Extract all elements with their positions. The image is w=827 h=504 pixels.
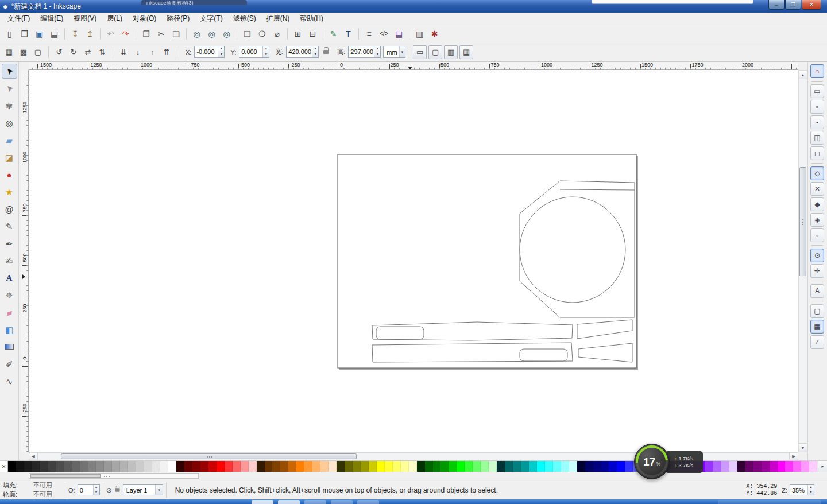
pencil-tool-button[interactable]: ✎ [2,219,17,234]
snap-text-baselines-button[interactable]: A [810,284,824,298]
palette-swatch[interactable] [721,461,729,472]
palette-swatch[interactable] [585,461,593,472]
height-spinner[interactable]: ▴▾ [374,46,380,57]
move-patterns-toggle-button[interactable]: ▦ [459,45,473,59]
windows-taskbar[interactable] [0,499,827,504]
menu-filters[interactable]: 滤镜(S) [228,13,261,25]
scroll-up-arrow[interactable]: ▲ [799,71,807,79]
palette-swatch[interactable] [200,461,208,472]
node-tool-button[interactable]: ➤ [2,81,17,96]
palette-swatch[interactable] [241,461,249,472]
snap-bbox-edge-midpoints-button[interactable]: ◫ [810,131,824,145]
palette-swatch[interactable] [729,461,737,472]
palette-swatch[interactable] [272,461,280,472]
dropper-tool-button[interactable]: ✐ [2,356,17,371]
raise-button[interactable]: ↑ [145,45,159,59]
palette-swatch[interactable] [152,461,160,472]
unlink-clone-button[interactable]: ⌀ [270,26,284,41]
palette-swatch[interactable] [217,461,225,472]
palette-swatch[interactable] [521,461,529,472]
drawing-slot[interactable] [376,327,424,339]
palette-swatch[interactable] [440,461,449,472]
width-input[interactable]: 420.000▴▾ [286,46,319,58]
palette-swatch[interactable] [136,461,144,472]
palette-swatch[interactable] [465,461,473,472]
fill-stroke-dialog-button[interactable]: ✎ [326,26,341,41]
palette-swatch[interactable] [577,461,585,472]
select-all-layers-button[interactable]: ▩ [17,45,30,59]
snap-bbox-button[interactable]: ▭ [810,84,824,98]
scroll-left-arrow[interactable]: ◀ [29,453,38,460]
menu-edit[interactable]: 编辑(E) [35,13,68,25]
layers-dialog-button[interactable]: ≡ [362,26,376,41]
palette-swatch[interactable] [705,461,713,472]
palette-swatch[interactable] [457,461,465,472]
palette-swatch[interactable] [417,461,425,472]
flip-horizontal-button[interactable]: ⇄ [81,45,95,59]
palette-swatch[interactable] [312,461,320,472]
layer-lock-icon[interactable] [115,488,119,491]
palette-swatch[interactable] [762,461,770,472]
opacity-value[interactable]: 0 [78,485,93,495]
close-button[interactable]: ✕ [802,0,821,10]
flip-vertical-button[interactable]: ⇅ [95,45,109,59]
paste-button[interactable]: ❑ [169,26,183,41]
ellipse-tool-button[interactable]: ● [2,167,17,182]
palette-swatch[interactable] [513,461,521,472]
palette-swatch[interactable] [425,461,433,472]
palette-swatch[interactable] [24,461,32,472]
lock-ratio-button[interactable] [320,46,331,59]
palette-swatch[interactable] [225,461,233,472]
gradient-tool-button[interactable] [2,339,17,354]
deselect-button[interactable]: ▢ [31,45,45,59]
palette-swatch[interactable] [320,461,329,472]
lower-button[interactable]: ↓ [131,45,145,59]
save-document-button[interactable]: ▣ [32,26,47,41]
scale-stroke-toggle-button[interactable]: ▭ [413,45,427,59]
palette-swatch[interactable] [184,461,192,472]
palette-swatch[interactable] [48,461,56,472]
palette-swatch[interactable] [353,461,361,472]
palette-scrollbar-track[interactable] [29,473,199,479]
zoom-tool-button[interactable]: ◎ [2,115,17,130]
palette-swatch[interactable] [433,461,441,472]
palette-swatch[interactable] [537,461,545,472]
palette-swatch[interactable] [8,461,16,472]
palette-swatch[interactable] [778,461,786,472]
rotate-ccw-button[interactable]: ↺ [52,45,66,59]
text-tool-button[interactable]: A [2,270,17,285]
select-all-button[interactable]: ▦ [2,45,16,59]
snap-smooth-nodes-button[interactable]: ◈ [810,213,824,227]
palette-swatch[interactable] [409,461,417,472]
ungroup-button[interactable]: ⊟ [306,26,320,41]
group-button[interactable]: ⊞ [291,26,305,41]
maximize-button[interactable]: ❐ [785,0,801,10]
minimize-button[interactable]: – [768,0,785,10]
open-document-button[interactable]: ❒ [17,26,32,41]
palette-swatch[interactable] [96,461,104,472]
palette-swatch[interactable] [361,461,369,472]
palette-swatch[interactable] [561,461,569,472]
palette-swatch[interactable] [288,461,296,472]
palette-swatch[interactable] [249,461,257,472]
menu-file[interactable]: 文件(F) [2,13,35,25]
menu-help[interactable]: 帮助(H) [295,13,329,25]
snap-path-intersections-button[interactable]: ✕ [810,182,824,196]
canvas[interactable] [29,70,798,452]
palette-swatch[interactable] [128,461,136,472]
taskbar-button[interactable] [252,500,273,504]
scroll-down-arrow[interactable]: ▼ [799,443,807,452]
snap-line-midpoints-button[interactable]: ◦ [810,228,824,242]
snap-enabled-button[interactable]: ∩ [810,64,824,78]
x-spinner[interactable]: ▴▾ [218,46,224,57]
palette-swatch[interactable] [88,461,96,472]
snap-bbox-corners-button[interactable]: ▪ [810,115,824,129]
palette-swatch[interactable] [401,461,409,472]
connector-tool-button[interactable]: ∿ [2,374,17,389]
palette-swatch[interactable] [369,461,377,472]
palette-swatch[interactable] [481,461,489,472]
undo-button[interactable]: ↶ [103,26,118,41]
palette-swatch[interactable] [160,461,168,472]
align-distribute-button[interactable]: ▤ [392,26,406,41]
palette-swatch[interactable] [337,461,345,472]
